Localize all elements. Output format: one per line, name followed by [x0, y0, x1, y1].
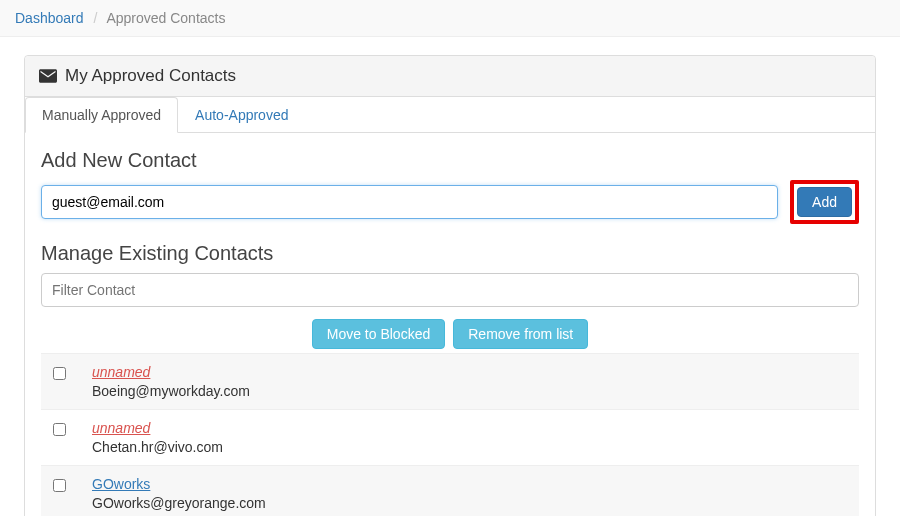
add-button-highlight: Add — [790, 180, 859, 224]
filter-contact-input[interactable] — [41, 273, 859, 307]
add-new-contact-title: Add New Contact — [41, 149, 859, 172]
remove-from-list-button[interactable]: Remove from list — [453, 319, 588, 349]
contact-name[interactable]: unnamed — [92, 364, 250, 380]
breadcrumb: Dashboard / Approved Contacts — [0, 0, 900, 37]
contact-checkbox[interactable] — [53, 367, 66, 380]
contact-row: GOworks GOworks@greyorange.com — [41, 466, 859, 516]
envelope-icon — [39, 69, 57, 83]
contact-name[interactable]: unnamed — [92, 420, 223, 436]
contact-row: unnamed Boeing@myworkday.com — [41, 354, 859, 410]
approved-contacts-panel: My Approved Contacts Manually Approved A… — [24, 55, 876, 516]
tab-manually-approved[interactable]: Manually Approved — [25, 97, 178, 133]
contact-email: Boeing@myworkday.com — [92, 383, 250, 399]
breadcrumb-separator: / — [87, 10, 103, 26]
contact-name[interactable]: GOworks — [92, 476, 266, 492]
tabs: Manually Approved Auto-Approved — [25, 97, 875, 133]
contact-row: unnamed Chetan.hr@vivo.com — [41, 410, 859, 466]
move-to-blocked-button[interactable]: Move to Blocked — [312, 319, 446, 349]
contact-email: Chetan.hr@vivo.com — [92, 439, 223, 455]
contact-list: unnamed Boeing@myworkday.com unnamed Che… — [41, 353, 859, 516]
add-button[interactable]: Add — [797, 187, 852, 217]
tab-pane-manual: Add New Contact Add Manage Existing Cont… — [25, 133, 875, 516]
add-contact-input[interactable] — [41, 185, 778, 219]
contact-checkbox[interactable] — [53, 423, 66, 436]
breadcrumb-current: Approved Contacts — [106, 10, 225, 26]
breadcrumb-root[interactable]: Dashboard — [15, 10, 84, 26]
panel-heading: My Approved Contacts — [25, 56, 875, 97]
contact-meta: unnamed Chetan.hr@vivo.com — [92, 420, 223, 455]
contact-meta: GOworks GOworks@greyorange.com — [92, 476, 266, 511]
manage-existing-title: Manage Existing Contacts — [41, 242, 859, 265]
bulk-actions: Move to Blocked Remove from list — [41, 319, 859, 349]
contact-meta: unnamed Boeing@myworkday.com — [92, 364, 250, 399]
contact-email: GOworks@greyorange.com — [92, 495, 266, 511]
contact-checkbox[interactable] — [53, 479, 66, 492]
tab-auto-approved[interactable]: Auto-Approved — [178, 97, 305, 133]
add-contact-row: Add — [41, 180, 859, 224]
panel-title: My Approved Contacts — [65, 66, 236, 86]
